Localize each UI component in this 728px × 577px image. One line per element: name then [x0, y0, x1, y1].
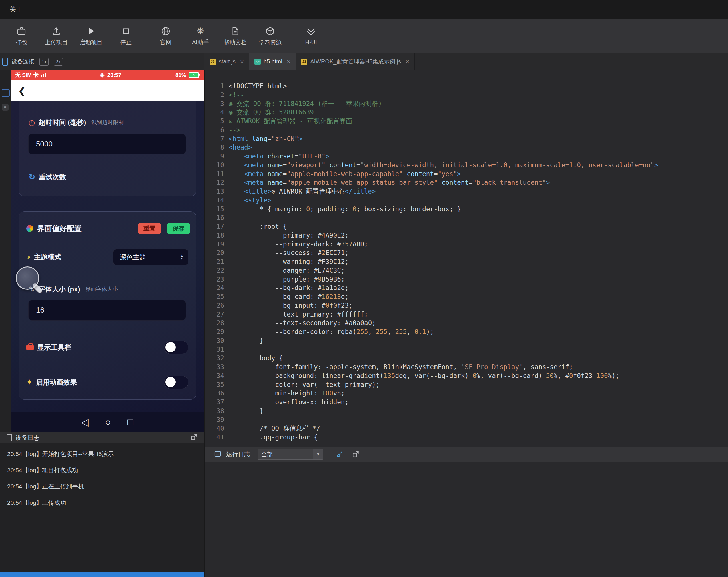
close-icon[interactable]: × [287, 58, 290, 65]
code-text: --purple: #9B59B6; [229, 275, 345, 284]
code-text: --danger: #E74C3C; [229, 266, 345, 275]
official-site-button[interactable]: 官网 [148, 19, 183, 53]
code-line: 39 [211, 415, 728, 424]
package-label: 打包 [16, 38, 27, 46]
code-text: min-height: 100vh; [229, 389, 345, 398]
line-number: 39 [211, 415, 229, 424]
nav-back-icon[interactable]: ◁ [81, 416, 88, 428]
run-project-button[interactable]: 启动项目 [74, 19, 108, 53]
code-line: 19 --primary-dark: #357ABD; [211, 240, 728, 249]
line-number: 11 [211, 169, 229, 179]
close-icon[interactable]: × [240, 58, 244, 65]
stop-icon [121, 26, 131, 36]
line-number: 7 [211, 134, 229, 143]
line-number: 34 [211, 371, 229, 380]
line-number: 8 [211, 143, 229, 152]
nav-recent-icon[interactable]: □ [127, 417, 133, 428]
hui-logo-icon [306, 26, 316, 37]
nav-home-icon[interactable]: ○ [105, 417, 111, 428]
animation-toggle[interactable] [164, 376, 188, 389]
document-icon [230, 26, 240, 36]
moon-icon: ◑ [26, 253, 31, 261]
code-line: 21 --warning: #F39C12; [211, 257, 728, 266]
phone-simulator: 无 SIM 卡 ◉ 20:57 81% ϟ ❮ ◷ 超时时间 (毫秒) 识别超时… [10, 70, 204, 432]
code-line: 15 * { margin: 0; padding: 0; box-sizing… [211, 205, 728, 214]
code-line: 36 min-height: 100vh; [211, 389, 728, 398]
line-number: 35 [211, 380, 229, 389]
side-panel-menu-icon[interactable]: ≡ [2, 104, 8, 111]
device-phone-icon [2, 58, 8, 65]
timeout-label: 超时时间 (毫秒) [38, 118, 86, 127]
side-panel-device-icon[interactable] [2, 89, 10, 97]
package-button[interactable]: 打包 [4, 19, 39, 53]
tab-bar: 设备连接 1x 2x JS start.js × <> h5.html × JS… [0, 53, 728, 70]
log-filter-select[interactable]: 全部 ▼ [258, 449, 323, 460]
zoom-2x-button[interactable]: 2x [54, 58, 63, 65]
menu-item-about[interactable]: 关于 [10, 0, 22, 19]
recognition-settings-card: ◷ 超时时间 (毫秒) 识别超时限制 ↻ 重试次数 [19, 101, 196, 196]
device-connect-tab[interactable]: 设备连接 1x 2x [2, 53, 63, 70]
export-log-icon[interactable] [190, 434, 198, 442]
line-number: 19 [211, 240, 229, 249]
zoom-1x-button[interactable]: 1x [40, 58, 49, 65]
log-filter-value: 全部 [258, 450, 313, 458]
export-run-log-button[interactable] [352, 450, 359, 458]
reset-button[interactable]: 重置 [138, 223, 161, 234]
ui-preference-card: 界面偏好配置 重置 保存 ◑ 主题模式 深色主题 ▲▼ [19, 211, 196, 400]
clear-log-button[interactable] [335, 450, 343, 458]
code-line: 16 [211, 213, 728, 222]
code-line: 11 <meta name="apple-mobile-web-app-capa… [211, 169, 728, 179]
theme-select[interactable]: 深色主题 ▲▼ [113, 249, 188, 265]
tab-start-js[interactable]: JS start.js × [205, 53, 249, 70]
retry-label: 重试次数 [38, 173, 66, 182]
phone-status-bar: 无 SIM 卡 ◉ 20:57 81% ϟ [10, 70, 204, 80]
code-text: <meta charset="UTF-8"> [229, 152, 329, 161]
toolbox-icon [26, 345, 34, 350]
code-line: 3◉ 交流 QQ 群: 711841924 (群一 - 苹果内测群) [211, 99, 728, 108]
line-number: 33 [211, 363, 229, 371]
wifi-icon [41, 73, 46, 77]
upload-project-button[interactable]: 上传项目 [39, 19, 74, 53]
tab-aiwrok-js[interactable]: JS AIWROK_配置管理器H5集成示例.js × [296, 53, 415, 70]
line-number: 4 [211, 108, 229, 117]
back-arrow-icon[interactable]: ❮ [18, 85, 26, 97]
code-line: 20 --success: #2ECC71; [211, 248, 728, 257]
code-editor[interactable]: 1<!DOCTYPE html>2<!--3◉ 交流 QQ 群: 7118419… [205, 70, 728, 447]
theme-mode-label: 主题模式 [34, 253, 61, 262]
hui-button[interactable]: H-UI [292, 19, 330, 53]
code-line: 32 body { [211, 354, 728, 363]
play-icon [86, 26, 96, 36]
status-time: 20:57 [107, 72, 121, 78]
learning-resources-button[interactable]: 学习资源 [253, 19, 288, 53]
help-docs-button[interactable]: 帮助文档 [218, 19, 253, 53]
code-text: } [229, 406, 264, 415]
font-size-input[interactable] [28, 300, 186, 321]
menu-bar: 关于 [0, 0, 728, 19]
code-text: body { [229, 354, 283, 363]
code-text: /* QQ 群信息栏 */ [229, 424, 320, 433]
code-text: <head> [229, 143, 252, 152]
code-text: <html lang="zh-CN"> [229, 134, 302, 143]
line-number: 36 [211, 389, 229, 398]
magnifier-overlay[interactable] [16, 266, 39, 290]
dropdown-arrow-icon[interactable]: ▼ [313, 449, 323, 460]
ai-assistant-button[interactable]: ❋ AI助手 [183, 19, 218, 53]
show-toolbar-toggle[interactable] [164, 341, 188, 354]
device-log-header: 设备日志 [0, 432, 205, 443]
html-file-icon: <> [255, 58, 261, 65]
toggle-knob [165, 342, 176, 352]
code-text: --border-color: rgba(255, 255, 255, 0.1)… [229, 327, 434, 336]
globe-icon [160, 26, 171, 36]
code-text: <!-- [229, 90, 244, 99]
stop-button[interactable]: 停止 [108, 19, 144, 53]
code-line: 30 } [211, 336, 728, 345]
tab-h5-html[interactable]: <> h5.html × [249, 53, 296, 70]
timeout-input[interactable] [28, 134, 186, 154]
phone-nav-bar: ◁ ○ □ [10, 412, 204, 432]
close-icon[interactable]: × [406, 58, 409, 65]
theme-mode-row: ◑ 主题模式 深色主题 ▲▼ [26, 248, 188, 265]
animation-label: 启用动画效果 [36, 378, 77, 387]
save-button[interactable]: 保存 [167, 223, 190, 234]
retry-icon: ↻ [29, 172, 35, 182]
hui-label: H-UI [305, 39, 317, 46]
